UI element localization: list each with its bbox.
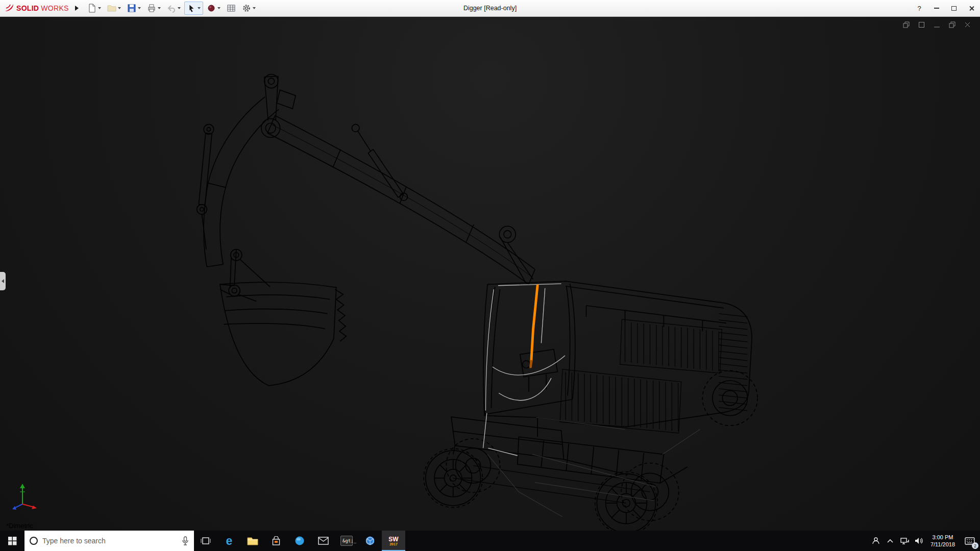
graphics-viewport[interactable]: *Dimetric <box>0 17 980 531</box>
dropdown-caret-icon <box>253 7 256 9</box>
cascade-windows-icon <box>903 21 910 28</box>
taskbar-search[interactable] <box>24 531 194 551</box>
clock-time: 3:00 PM <box>930 534 955 541</box>
start-button[interactable] <box>0 531 24 551</box>
doc-close-button[interactable] <box>964 21 971 28</box>
doc-restore-icon <box>949 21 955 28</box>
system-tray: 3:00 PM 7/11/2018 2 <box>869 531 980 551</box>
volume-button[interactable] <box>912 531 926 551</box>
new-document-icon <box>87 4 96 13</box>
brand-text-light: WORKS <box>41 4 68 12</box>
taskbar-mail-button[interactable] <box>311 531 335 551</box>
triad-axes-icon <box>7 475 47 515</box>
dassault-systemes-logo-icon <box>4 4 14 13</box>
close-button[interactable] <box>963 0 980 16</box>
gear-icon <box>242 4 251 13</box>
cortana-icon <box>30 537 38 545</box>
wireframe-excavator-model[interactable] <box>0 17 980 531</box>
taskbar-clock[interactable]: 3:00 PM 7/11/2018 <box>926 534 960 548</box>
new-document-button[interactable] <box>85 2 104 15</box>
quick-access-toolbar <box>85 2 258 15</box>
help-button[interactable]: ? <box>911 0 928 16</box>
feature-panel-collapsed-tab[interactable] <box>0 272 6 290</box>
doc-minimize-button[interactable] <box>933 21 940 28</box>
doc-window-button[interactable] <box>918 21 925 28</box>
dropdown-caret-icon <box>138 7 141 9</box>
taskbar-solidworks-button[interactable]: SW 2017 <box>382 531 405 551</box>
view-orientation-label: *Dimetric <box>6 522 33 530</box>
appearance-ball-icon <box>207 4 216 13</box>
taskbar-blue-cube-button[interactable] <box>358 531 382 551</box>
document-title: Digger [Read-only] <box>463 5 517 12</box>
doc-restore-button[interactable] <box>948 21 955 28</box>
orientation-triad <box>7 475 47 517</box>
windows-taskbar: e <box>0 531 980 551</box>
chevron-up-icon <box>887 538 894 543</box>
mail-envelope-icon <box>318 537 329 545</box>
minimize-icon <box>934 8 939 9</box>
person-icon <box>871 536 880 545</box>
doc-minimize-icon <box>934 21 940 28</box>
task-view-button[interactable] <box>194 531 217 551</box>
selected-edge-highlight <box>531 286 537 367</box>
dropdown-caret-icon <box>158 7 161 9</box>
dropdown-caret-icon <box>217 7 220 9</box>
brand-text-bold: SOLID <box>16 4 39 12</box>
microphone-icon[interactable] <box>182 536 189 545</box>
sw-badge-text: SW <box>388 536 398 542</box>
taskbar-blue-globe-button[interactable] <box>288 531 311 551</box>
solidworks-logo: SOLIDWORKS <box>4 4 69 13</box>
file-explorer-folder-icon <box>247 536 258 545</box>
taskbar-file-explorer-button[interactable] <box>241 531 264 551</box>
clock-date: 7/11/2018 <box>930 541 955 548</box>
dropdown-caret-icon <box>198 7 201 9</box>
doc-cascade-button[interactable] <box>902 21 910 28</box>
taskbar-store-button[interactable] <box>264 531 288 551</box>
taskbar-edge-button[interactable]: e <box>217 531 241 551</box>
display-table-button[interactable] <box>224 2 238 15</box>
save-floppy-icon <box>127 4 136 13</box>
undo-button[interactable] <box>164 2 183 15</box>
maximize-icon <box>951 6 957 11</box>
people-button[interactable] <box>869 531 883 551</box>
edge-browser-icon: e <box>226 535 233 547</box>
window-icon <box>918 21 925 28</box>
taskbar-pinned-apps: e <box>194 531 405 551</box>
window-controls: ? <box>911 0 980 16</box>
open-button[interactable] <box>105 2 124 15</box>
table-grid-icon <box>227 4 236 13</box>
document-window-controls <box>902 21 971 28</box>
doc-close-icon <box>964 21 971 28</box>
search-input[interactable] <box>42 537 177 545</box>
toolbar-flyout-arrow-icon[interactable] <box>75 6 79 11</box>
show-hidden-icons-button[interactable] <box>883 531 897 551</box>
solidworks-app-icon: SW 2017 <box>388 536 398 546</box>
task-view-icon <box>201 536 211 546</box>
dropdown-caret-icon <box>98 7 101 9</box>
windows-logo-icon <box>8 537 17 545</box>
titlebar: SOLIDWORKS <box>0 0 980 17</box>
speaker-icon <box>914 537 923 545</box>
blue-globe-icon <box>295 536 305 546</box>
appearance-button[interactable] <box>204 2 223 15</box>
notification-button[interactable]: 2 <box>960 531 980 551</box>
dropdown-caret-icon <box>178 7 181 9</box>
notification-badge: 2 <box>972 542 978 549</box>
collapse-arrow-icon <box>2 279 4 283</box>
network-button[interactable] <box>897 531 912 551</box>
dropdown-caret-icon <box>118 7 121 9</box>
shopping-bag-icon <box>272 536 281 546</box>
blue-cube-icon <box>365 536 375 546</box>
minimize-button[interactable] <box>928 0 945 16</box>
solidworks-window: SOLIDWORKS <box>0 0 980 551</box>
open-folder-icon <box>107 4 116 13</box>
taskbar-terminal-button[interactable]: &gt;_ <box>335 531 358 551</box>
maximize-button[interactable] <box>945 0 963 16</box>
save-button[interactable] <box>125 2 143 15</box>
print-button[interactable] <box>144 2 163 15</box>
select-tool-button[interactable] <box>184 2 203 15</box>
options-button[interactable] <box>239 2 258 15</box>
select-cursor-icon <box>187 4 196 13</box>
network-icon <box>900 537 909 545</box>
printer-icon <box>147 4 156 13</box>
